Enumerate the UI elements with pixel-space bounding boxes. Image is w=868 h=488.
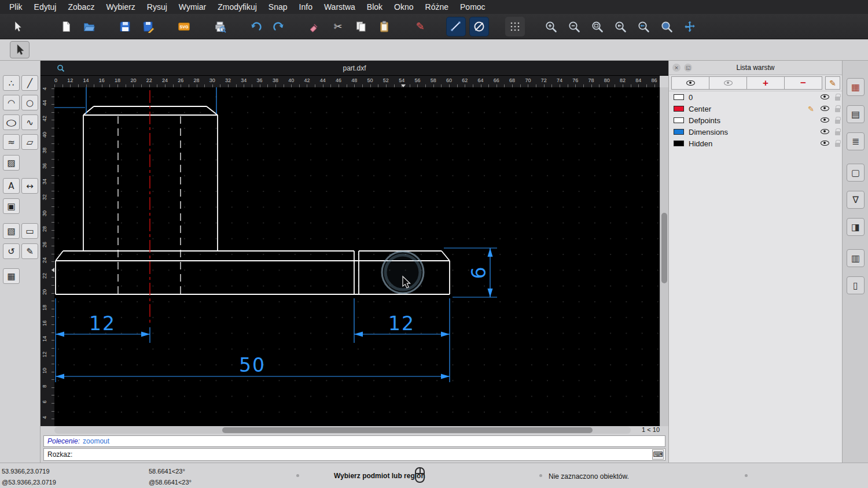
layer-visibility-eye-icon[interactable]	[821, 129, 829, 134]
layer-color-swatch[interactable]	[674, 129, 684, 135]
dock-clipboard-button[interactable]: ▯	[847, 276, 865, 294]
cut-button[interactable]: ✂	[328, 17, 348, 36]
show-all-layers-button[interactable]	[671, 76, 709, 90]
tool-pattern-button[interactable]: ▧	[3, 223, 20, 239]
save-button[interactable]	[115, 17, 135, 36]
menu-snap[interactable]: Snap	[263, 0, 293, 14]
menu-zobacz[interactable]: Zobacz	[62, 0, 100, 14]
keyboard-button[interactable]: ⌨	[652, 449, 664, 460]
new-file-button[interactable]	[56, 17, 76, 36]
layer-visibility-eye-icon[interactable]	[821, 94, 829, 99]
open-folder-button[interactable]	[79, 17, 99, 36]
tool-snap-pen-button[interactable]: ✎	[21, 243, 38, 259]
line-attributes-button[interactable]	[446, 17, 466, 36]
undo-button[interactable]	[246, 17, 266, 36]
layer-row-dimensions[interactable]: Dimensions	[669, 126, 842, 138]
add-layer-button[interactable]: +	[746, 76, 785, 90]
menu-blok[interactable]: Blok	[361, 0, 388, 14]
horizontal-scrollbar[interactable]	[54, 427, 631, 434]
remove-layer-button[interactable]: −	[784, 76, 822, 90]
tool-cube-button[interactable]: ▦	[3, 268, 20, 284]
layer-visibility-eye-icon[interactable]	[821, 106, 829, 111]
tool-ellipse-button[interactable]: ○	[3, 114, 20, 130]
horizontal-scrollbar-thumb[interactable]	[222, 427, 593, 433]
zoom-window-button[interactable]	[657, 17, 676, 36]
tool-spline-button[interactable]: ∿	[21, 114, 38, 130]
print-preview-button[interactable]	[210, 17, 230, 36]
panel-close-icon[interactable]: ×	[672, 64, 681, 72]
hide-all-layers-button[interactable]	[709, 76, 747, 90]
menu-pomoc[interactable]: Pomoc	[454, 0, 491, 14]
zoom-pan-button[interactable]	[680, 17, 700, 36]
active-tool-pointer-button[interactable]	[10, 41, 30, 58]
tool-points-button[interactable]: ∴	[3, 75, 20, 91]
drawing-canvas[interactable]: 1212506	[54, 87, 660, 426]
tool-text-button[interactable]: A	[3, 178, 20, 194]
layer-lock-icon[interactable]	[835, 120, 840, 124]
zoom-out-button[interactable]	[564, 17, 584, 36]
pointer-button[interactable]	[8, 17, 27, 36]
vertical-scrollbar[interactable]	[660, 87, 668, 426]
save-as-button[interactable]	[138, 17, 158, 36]
vertical-scrollbar-thumb[interactable]	[661, 213, 667, 283]
layer-row-center[interactable]: Center✎	[669, 103, 842, 114]
tool-dimension-button[interactable]: ↔	[21, 178, 38, 194]
copy-button[interactable]	[351, 17, 371, 36]
zoom-in-button[interactable]	[541, 17, 561, 36]
layer-color-swatch[interactable]	[674, 106, 684, 112]
grid-toggle-button[interactable]	[505, 17, 525, 36]
layer-lock-icon[interactable]	[835, 131, 840, 135]
tool-polygon-button[interactable]: ▱	[21, 134, 38, 150]
tool-line-button[interactable]: ╱	[21, 75, 38, 91]
dock-layer-list-button[interactable]: ≣	[847, 132, 865, 150]
dimension-lines[interactable]	[54, 87, 497, 382]
tool-revolve-button[interactable]: ↺	[3, 243, 20, 259]
pen-attributes-button[interactable]: ✎	[410, 17, 430, 36]
tool-image-button[interactable]: ▣	[3, 198, 20, 214]
command-prompt[interactable]: Rozkaz: ⌨	[43, 448, 665, 461]
layer-color-swatch[interactable]	[674, 141, 684, 146]
dock-command-history-button[interactable]: ▢	[847, 164, 865, 182]
layer-visibility-eye-icon[interactable]	[821, 141, 829, 146]
tool-measure-button[interactable]: ▭	[21, 223, 38, 239]
layer-visibility-eye-icon[interactable]	[821, 117, 829, 123]
layer-color-swatch[interactable]	[674, 94, 684, 100]
menu-okno[interactable]: Okno	[388, 0, 419, 14]
layer-row-0[interactable]: 0	[669, 91, 842, 103]
circle-attributes-button[interactable]	[469, 17, 489, 36]
menu-info[interactable]: Info	[293, 0, 318, 14]
redo-button[interactable]	[269, 17, 289, 36]
zoom-auto-button[interactable]	[587, 17, 607, 36]
menu-wymiar[interactable]: Wymiar	[173, 0, 212, 14]
dock-block-list-button[interactable]: ▤	[847, 105, 865, 123]
paste-button[interactable]	[374, 17, 394, 36]
hidden-lines[interactable]	[118, 116, 181, 294]
layer-color-swatch[interactable]	[674, 117, 684, 123]
svg-export-button[interactable]: SVG	[174, 17, 194, 36]
modify-layer-button[interactable]: ✎	[825, 76, 840, 90]
layer-lock-icon[interactable]	[835, 97, 840, 101]
menu-zmodyfikuj[interactable]: Zmodyfikuj	[212, 0, 263, 14]
layer-lock-icon[interactable]	[835, 143, 840, 147]
layer-lock-icon[interactable]	[835, 108, 840, 112]
dock-layer-filter-button[interactable]: ∇	[847, 191, 865, 209]
menu-warstwa[interactable]: Warstwa	[318, 0, 361, 14]
tool-freehand-button[interactable]: ≈	[3, 134, 20, 150]
dock-pen-palette-button[interactable]: ◨	[847, 218, 865, 236]
menu-rozne[interactable]: Różne	[420, 0, 454, 14]
zoom-previous-button[interactable]	[610, 17, 630, 36]
menu-rysuj[interactable]: Rysuj	[141, 0, 173, 14]
zoom-redraw-button[interactable]	[634, 17, 653, 36]
dock-library-browser-button[interactable]: ▦	[847, 78, 865, 96]
layer-row-defpoints[interactable]: Defpoints	[669, 114, 842, 126]
menu-wybierz[interactable]: Wybierz	[100, 0, 141, 14]
panel-undock-icon[interactable]: ◱	[684, 64, 692, 72]
delete-button[interactable]	[305, 17, 325, 36]
document-titlebar[interactable]: part.dxf	[41, 61, 668, 76]
layer-row-hidden[interactable]: Hidden	[669, 138, 842, 149]
tool-arc-button[interactable]: ◠	[3, 95, 20, 110]
dock-entity-filter-button[interactable]: ▥	[847, 249, 865, 267]
tool-hatch-button[interactable]: ▨	[3, 155, 20, 171]
menu-edytuj[interactable]: Edytuj	[28, 0, 62, 14]
menu-plik[interactable]: Plik	[3, 0, 28, 14]
